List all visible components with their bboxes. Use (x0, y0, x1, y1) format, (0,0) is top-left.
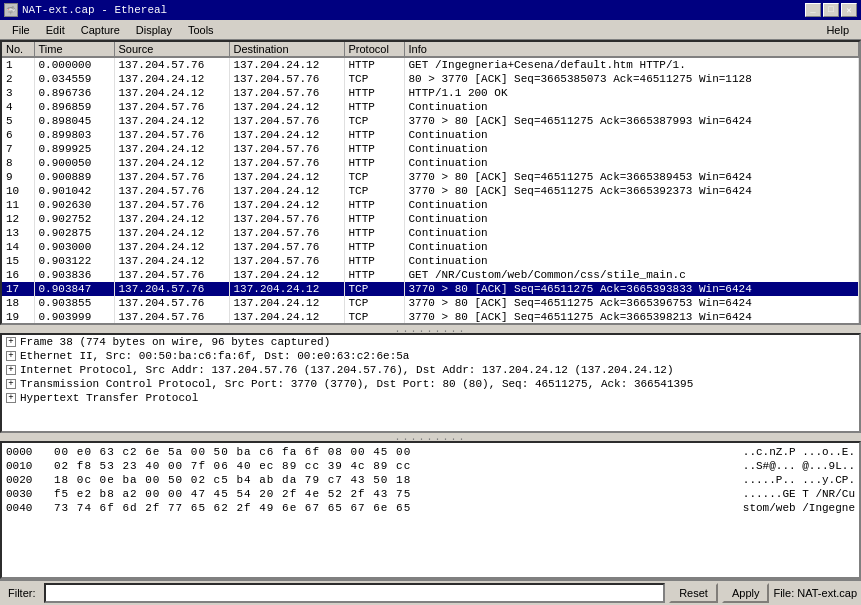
expand-icon[interactable]: + (6, 379, 16, 389)
reset-button[interactable]: Reset (669, 583, 718, 603)
cell-src: 137.204.24.12 (114, 226, 229, 240)
table-row[interactable]: 160.903836137.204.57.76137.204.24.12HTTP… (2, 268, 859, 282)
table-row[interactable]: 170.903847137.204.57.76137.204.24.12TCP3… (2, 282, 859, 296)
cell-time: 0.903836 (34, 268, 114, 282)
table-row[interactable]: 20.034559137.204.24.12137.204.57.76TCP80… (2, 72, 859, 86)
cell-info: 80 > 3770 [ACK] Seq=3665385073 Ack=46511… (404, 72, 859, 86)
menu-capture[interactable]: Capture (73, 22, 128, 38)
table-row[interactable]: 90.900889137.204.57.76137.204.24.12TCP37… (2, 170, 859, 184)
table-row[interactable]: 150.903122137.204.24.12137.204.57.76HTTP… (2, 254, 859, 268)
menu-file[interactable]: File (4, 22, 38, 38)
cell-no: 6 (2, 128, 34, 142)
cell-dst: 137.204.57.76 (229, 114, 344, 128)
cell-info: Continuation (404, 254, 859, 268)
cell-time: 0.902875 (34, 226, 114, 240)
cell-info: Continuation (404, 240, 859, 254)
table-row[interactable]: 10.000000137.204.57.76137.204.24.12HTTPG… (2, 57, 859, 72)
divider-1[interactable]: ......... (0, 325, 861, 333)
table-row[interactable]: 140.903000137.204.24.12137.204.57.76HTTP… (2, 240, 859, 254)
menu-display[interactable]: Display (128, 22, 180, 38)
table-row[interactable]: 70.899925137.204.24.12137.204.57.76HTTPC… (2, 142, 859, 156)
table-row[interactable]: 30.896736137.204.24.12137.204.57.76HTTPH… (2, 86, 859, 100)
cell-no: 2 (2, 72, 34, 86)
col-source[interactable]: Source (114, 42, 229, 57)
menu-tools[interactable]: Tools (180, 22, 222, 38)
cell-time: 0.899803 (34, 128, 114, 142)
table-row[interactable]: 80.900050137.204.24.12137.204.57.76HTTPC… (2, 156, 859, 170)
cell-time: 0.901042 (34, 184, 114, 198)
cell-dst: 137.204.57.76 (229, 212, 344, 226)
cell-info: Continuation (404, 142, 859, 156)
expand-icon[interactable]: + (6, 337, 16, 347)
detail-item[interactable]: +Hypertext Transfer Protocol (2, 391, 859, 405)
filter-bar: Filter: Reset Apply File: NAT-ext.cap (0, 579, 861, 605)
cell-dst: 137.204.57.76 (229, 226, 344, 240)
col-time[interactable]: Time (34, 42, 114, 57)
hex-pane[interactable]: 000000 e0 63 c2 6e 5a 00 50 ba c6 fa 6f … (0, 441, 861, 579)
packet-detail-pane[interactable]: +Frame 38 (774 bytes on wire, 96 bytes c… (0, 333, 861, 433)
table-row[interactable]: 100.901042137.204.57.76137.204.24.12TCP3… (2, 184, 859, 198)
cell-src: 137.204.57.76 (114, 282, 229, 296)
table-row[interactable]: 180.903855137.204.57.76137.204.24.12TCP3… (2, 296, 859, 310)
cell-proto: HTTP (344, 156, 404, 170)
detail-item[interactable]: +Transmission Control Protocol, Src Port… (2, 377, 859, 391)
detail-text: Internet Protocol, Src Addr: 137.204.57.… (20, 364, 674, 376)
cell-time: 0.903000 (34, 240, 114, 254)
hex-offset: 0000 (6, 445, 46, 459)
cell-proto: TCP (344, 296, 404, 310)
cell-dst: 137.204.24.12 (229, 310, 344, 323)
table-row[interactable]: 190.903999137.204.57.76137.204.24.12TCP3… (2, 310, 859, 323)
table-row[interactable]: 110.902630137.204.57.76137.204.24.12HTTP… (2, 198, 859, 212)
cell-info: Continuation (404, 198, 859, 212)
packet-list-pane: No. Time Source Destination Protocol Inf… (0, 40, 861, 325)
cell-proto: HTTP (344, 100, 404, 114)
cell-proto: HTTP (344, 268, 404, 282)
cell-info: Continuation (404, 212, 859, 226)
menu-edit[interactable]: Edit (38, 22, 73, 38)
detail-item[interactable]: +Ethernet II, Src: 00:50:ba:c6:fa:6f, Ds… (2, 349, 859, 363)
table-row[interactable]: 130.902875137.204.24.12137.204.57.76HTTP… (2, 226, 859, 240)
menu-help[interactable]: Help (818, 22, 857, 38)
hex-row: 001002 f8 53 23 40 00 7f 06 40 ec 89 cc … (6, 459, 855, 473)
title-bar-buttons[interactable]: _ □ ✕ (805, 3, 857, 17)
cell-proto: TCP (344, 282, 404, 296)
cell-no: 18 (2, 296, 34, 310)
col-info[interactable]: Info (404, 42, 859, 57)
hex-ascii: stom/web /Ingegne (743, 501, 855, 515)
filter-label: Filter: (4, 587, 40, 599)
cell-no: 13 (2, 226, 34, 240)
detail-item[interactable]: +Internet Protocol, Src Addr: 137.204.57… (2, 363, 859, 377)
minimize-button[interactable]: _ (805, 3, 821, 17)
app-icon: 🦈 (4, 3, 18, 17)
expand-icon[interactable]: + (6, 365, 16, 375)
cell-src: 137.204.24.12 (114, 156, 229, 170)
expand-icon[interactable]: + (6, 351, 16, 361)
col-no[interactable]: No. (2, 42, 34, 57)
cell-src: 137.204.57.76 (114, 57, 229, 72)
detail-item[interactable]: +Frame 38 (774 bytes on wire, 96 bytes c… (2, 335, 859, 349)
expand-icon[interactable]: + (6, 393, 16, 403)
col-protocol[interactable]: Protocol (344, 42, 404, 57)
table-row[interactable]: 60.899803137.204.57.76137.204.24.12HTTPC… (2, 128, 859, 142)
cell-dst: 137.204.24.12 (229, 282, 344, 296)
filter-input[interactable] (44, 583, 666, 603)
col-destination[interactable]: Destination (229, 42, 344, 57)
apply-button[interactable]: Apply (722, 583, 770, 603)
cell-proto: TCP (344, 184, 404, 198)
cell-src: 137.204.57.76 (114, 184, 229, 198)
divider-2[interactable]: ......... (0, 433, 861, 441)
cell-proto: HTTP (344, 57, 404, 72)
cell-info: 3770 > 80 [ACK] Seq=46511275 Ack=3665393… (404, 282, 859, 296)
table-row[interactable]: 120.902752137.204.24.12137.204.57.76HTTP… (2, 212, 859, 226)
table-row[interactable]: 40.896859137.204.57.76137.204.24.12HTTPC… (2, 100, 859, 114)
cell-src: 137.204.57.76 (114, 128, 229, 142)
table-row[interactable]: 50.898045137.204.24.12137.204.57.76TCP37… (2, 114, 859, 128)
hex-row: 004073 74 6f 6d 2f 77 65 62 2f 49 6e 67 … (6, 501, 855, 515)
close-button[interactable]: ✕ (841, 3, 857, 17)
cell-proto: TCP (344, 310, 404, 323)
cell-time: 0.903847 (34, 282, 114, 296)
cell-src: 137.204.24.12 (114, 254, 229, 268)
cell-time: 0.898045 (34, 114, 114, 128)
maximize-button[interactable]: □ (823, 3, 839, 17)
packet-list-scroll[interactable]: No. Time Source Destination Protocol Inf… (2, 42, 859, 323)
